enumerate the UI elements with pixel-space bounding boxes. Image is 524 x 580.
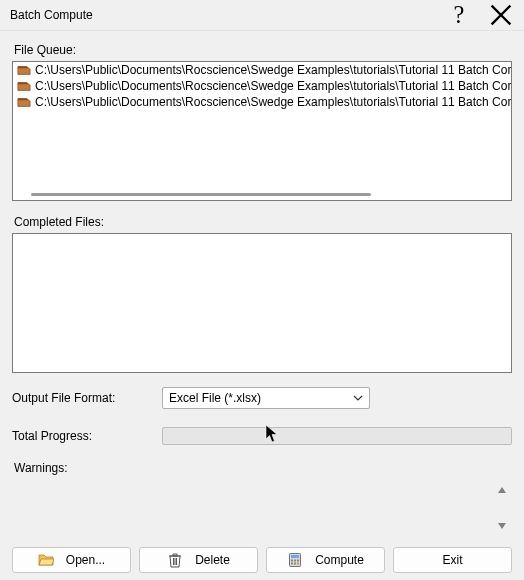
svg-rect-6	[291, 563, 293, 565]
scroll-up-icon[interactable]	[497, 485, 507, 495]
batch-compute-dialog: Batch Compute ? File Queue: C:\Users\Pub…	[0, 0, 524, 580]
scroll-down-icon[interactable]	[497, 521, 507, 531]
dialog-content: File Queue: C:\Users\Public\Documents\Ro…	[0, 31, 524, 580]
list-item[interactable]: C:\Users\Public\Documents\Rocscience\Swe…	[13, 94, 511, 110]
titlebar: Batch Compute ?	[0, 0, 524, 31]
calculator-icon	[287, 552, 303, 568]
horizontal-scrollbar[interactable]	[15, 192, 509, 198]
svg-rect-7	[294, 563, 296, 565]
scrollbar-thumb[interactable]	[31, 193, 371, 196]
file-queue-listbox[interactable]: C:\Users\Public\Documents\Rocscience\Swe…	[12, 61, 512, 201]
completed-files-listbox[interactable]	[12, 233, 512, 373]
warnings-label: Warnings:	[14, 461, 510, 475]
document-icon	[17, 79, 31, 93]
file-path: C:\Users\Public\Documents\Rocscience\Swe…	[35, 94, 511, 110]
delete-button-label: Delete	[195, 553, 230, 567]
button-row: Open... Delete Compute Exit	[12, 547, 512, 573]
document-icon	[17, 63, 31, 77]
exit-button-label: Exit	[442, 553, 462, 567]
list-item[interactable]: C:\Users\Public\Documents\Rocscience\Swe…	[13, 62, 511, 78]
svg-rect-3	[291, 560, 293, 562]
file-path: C:\Users\Public\Documents\Rocscience\Swe…	[35, 78, 511, 94]
output-format-label: Output File Format:	[12, 391, 162, 405]
total-progress-bar	[162, 427, 512, 445]
trash-icon	[167, 552, 183, 568]
progress-row: Total Progress:	[12, 427, 512, 445]
output-format-select[interactable]: Excel File (*.xlsx)	[162, 387, 370, 409]
close-button[interactable]	[480, 0, 522, 30]
vertical-scroll-arrows[interactable]	[494, 483, 510, 533]
warnings-box[interactable]	[12, 483, 512, 533]
exit-button[interactable]: Exit	[393, 547, 512, 573]
open-button[interactable]: Open...	[12, 547, 131, 573]
svg-rect-4	[294, 560, 296, 562]
output-format-row: Output File Format: Excel File (*.xlsx)	[12, 387, 512, 409]
total-progress-label: Total Progress:	[12, 429, 162, 443]
compute-button[interactable]: Compute	[266, 547, 385, 573]
folder-open-icon	[38, 552, 54, 568]
list-item[interactable]: C:\Users\Public\Documents\Rocscience\Swe…	[13, 78, 511, 94]
mouse-cursor-icon	[265, 424, 279, 444]
open-button-label: Open...	[66, 553, 105, 567]
svg-rect-2	[291, 555, 299, 558]
svg-rect-5	[297, 560, 299, 562]
document-icon	[17, 95, 31, 109]
svg-text:?: ?	[454, 1, 465, 28]
svg-rect-8	[297, 563, 299, 565]
delete-button[interactable]: Delete	[139, 547, 258, 573]
file-path: C:\Users\Public\Documents\Rocscience\Swe…	[35, 62, 511, 78]
completed-files-label: Completed Files:	[14, 215, 510, 229]
compute-button-label: Compute	[315, 553, 364, 567]
output-format-value: Excel File (*.xlsx)	[169, 391, 261, 405]
chevron-down-icon	[353, 393, 363, 403]
close-icon	[486, 0, 516, 30]
file-queue-label: File Queue:	[14, 43, 510, 57]
help-button[interactable]: ?	[438, 0, 480, 30]
window-title: Batch Compute	[10, 8, 438, 22]
help-icon: ?	[444, 0, 474, 30]
